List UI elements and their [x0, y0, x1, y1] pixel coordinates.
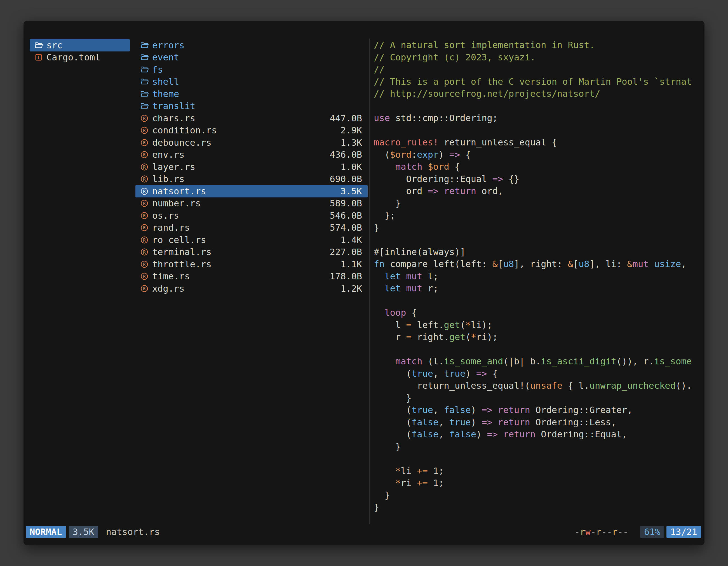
code-line: [374, 100, 698, 112]
code-line: [374, 343, 698, 356]
file-name: os.rs: [152, 210, 179, 221]
file-size: 546.0B: [330, 210, 362, 221]
code-line: [374, 295, 698, 307]
svg-text:R: R: [143, 177, 146, 182]
rust-file-icon: R: [140, 285, 152, 292]
file-row-Cargo.toml[interactable]: TCargo.toml: [30, 51, 130, 64]
code-line: }: [374, 198, 698, 210]
file-row-src[interactable]: src: [30, 39, 130, 51]
file-row-errors[interactable]: errors: [135, 39, 368, 51]
file-name: xdg.rs: [152, 283, 185, 294]
file-row-theme[interactable]: theme: [135, 88, 368, 100]
code-line: return_unless_equal!(unsafe { l.unwrap_u…: [374, 380, 698, 392]
svg-text:R: R: [143, 226, 146, 231]
file-row-terminal.rs[interactable]: Rterminal.rs227.0B: [135, 246, 368, 259]
svg-text:R: R: [143, 262, 146, 267]
file-size: 1.3K: [340, 137, 362, 148]
folder-icon: [140, 66, 152, 73]
rust-file-icon: R: [140, 163, 152, 171]
code-line: let mut l;: [374, 271, 698, 283]
code-line: ($ord:expr) => {: [374, 149, 698, 161]
code-line: match $ord {: [374, 161, 698, 173]
file-row-throttle.rs[interactable]: Rthrottle.rs1.1K: [135, 258, 368, 271]
svg-text:R: R: [143, 165, 146, 170]
code-line: }: [374, 392, 698, 404]
file-row-debounce.rs[interactable]: Rdebounce.rs1.3K: [135, 137, 368, 149]
code-line: };: [374, 210, 698, 222]
status-filename: natsort.rs: [106, 527, 160, 537]
desktop-background: srcTCargo.toml errorseventfsshellthemetr…: [0, 0, 728, 566]
file-size: 690.0B: [330, 174, 362, 184]
rust-file-icon: R: [140, 151, 152, 159]
file-row-fs[interactable]: fs: [135, 64, 368, 76]
code-line: // Copyright (c) 2023, sxyazi.: [374, 51, 698, 64]
file-row-event[interactable]: event: [135, 51, 368, 64]
file-row-shell[interactable]: shell: [135, 76, 368, 88]
code-line: }: [374, 489, 698, 502]
rust-file-icon: R: [140, 261, 152, 268]
file-size-badge: 3.5K: [69, 526, 98, 538]
code-line: Ordering::Equal => {}: [374, 173, 698, 186]
file-name: fs: [152, 64, 163, 75]
svg-text:T: T: [37, 55, 40, 60]
file-permissions: -rw-r--r--: [574, 527, 628, 537]
folder-icon: [140, 54, 152, 61]
code-line: ord => return ord,: [374, 185, 698, 198]
scroll-percent-badge: 61%: [640, 526, 664, 538]
file-name: condition.rs: [152, 125, 217, 136]
file-row-ro_cell.rs[interactable]: Rro_cell.rs1.4K: [135, 234, 368, 246]
rust-file-icon: R: [140, 224, 152, 232]
code-line: match (l.is_some_and(|b| b.is_ascii_digi…: [374, 355, 698, 368]
file-size: 178.0B: [330, 271, 362, 282]
file-row-time.rs[interactable]: Rtime.rs178.0B: [135, 271, 368, 283]
svg-text:R: R: [143, 238, 146, 243]
file-name: number.rs: [152, 198, 201, 209]
code-line: (true, false) => return Ordering::Greate…: [374, 404, 698, 416]
file-name: env.rs: [152, 149, 185, 160]
file-name: event: [152, 52, 179, 63]
file-name: rand.rs: [152, 222, 190, 233]
file-row-layer.rs[interactable]: Rlayer.rs1.0K: [135, 161, 368, 173]
file-row-rand.rs[interactable]: Rrand.rs574.0B: [135, 222, 368, 234]
file-row-lib.rs[interactable]: Rlib.rs690.0B: [135, 173, 368, 186]
rust-file-icon: R: [140, 187, 152, 195]
svg-text:R: R: [143, 116, 146, 121]
rust-file-icon: R: [140, 236, 152, 244]
file-name: src: [46, 40, 63, 51]
rust-file-icon: R: [140, 248, 152, 256]
code-line: //: [374, 64, 698, 76]
file-size: 447.0B: [330, 113, 362, 124]
file-name: chars.rs: [152, 113, 195, 124]
file-row-number.rs[interactable]: Rnumber.rs589.0B: [135, 198, 368, 210]
file-row-xdg.rs[interactable]: Rxdg.rs1.2K: [135, 283, 368, 295]
code-line: // A natural sort implementation in Rust…: [374, 39, 698, 51]
file-size: 574.0B: [330, 222, 362, 233]
svg-text:R: R: [143, 250, 146, 255]
file-size: 589.0B: [330, 198, 362, 209]
file-name: layer.rs: [152, 162, 195, 172]
code-line: (false, true) => return Ordering::Less,: [374, 416, 698, 429]
file-size: 436.0B: [330, 149, 362, 160]
file-size: 3.5K: [340, 186, 362, 197]
folder-icon: [140, 78, 152, 85]
svg-text:R: R: [143, 213, 146, 218]
file-row-env.rs[interactable]: Renv.rs436.0B: [135, 149, 368, 161]
svg-text:R: R: [143, 286, 146, 291]
file-name: translit: [152, 101, 195, 111]
file-name: errors: [152, 40, 185, 51]
file-row-condition.rs[interactable]: Rcondition.rs2.9K: [135, 125, 368, 137]
file-size: 1.0K: [340, 162, 362, 172]
file-row-natsort.rs[interactable]: Rnatsort.rs3.5K: [135, 185, 368, 198]
file-row-chars.rs[interactable]: Rchars.rs447.0B: [135, 112, 368, 125]
code-line: let mut r;: [374, 283, 698, 295]
svg-text:R: R: [143, 128, 146, 133]
toml-file-icon: T: [35, 53, 46, 61]
file-row-translit[interactable]: translit: [135, 100, 368, 112]
preview-pane: // A natural sort implementation in Rust…: [374, 39, 698, 530]
file-row-os.rs[interactable]: Ros.rs546.0B: [135, 210, 368, 222]
code-line: (false, false) => return Ordering::Equal…: [374, 428, 698, 441]
file-size: 1.1K: [340, 259, 362, 270]
folder-icon: [140, 90, 152, 98]
folder-icon: [140, 42, 152, 49]
rust-file-icon: R: [140, 273, 152, 280]
